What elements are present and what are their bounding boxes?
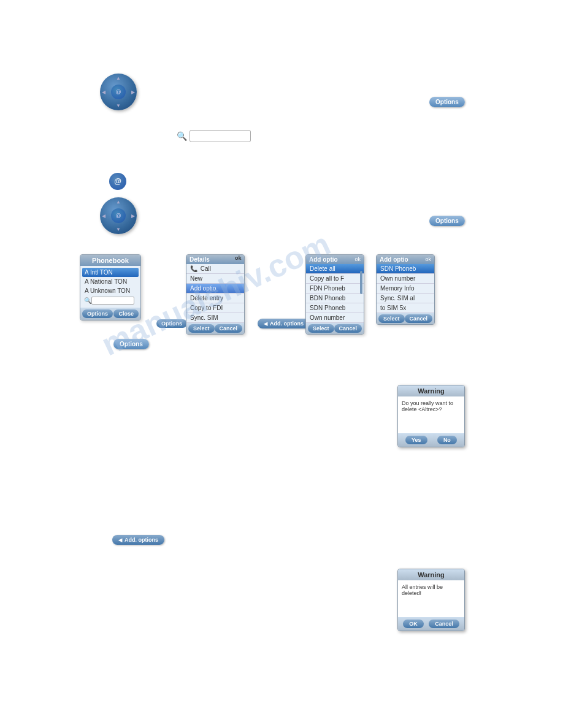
warning-ok-btn[interactable]: OK: [403, 620, 424, 628]
warning-footer-1: Yes No: [398, 433, 464, 447]
add-opt2-item-2[interactable]: Memory Info: [377, 284, 434, 294]
call-icon: 📞: [190, 265, 197, 272]
add-options-select-btn-2[interactable]: Select: [378, 314, 405, 323]
warning-footer-2: OK Cancel: [398, 617, 464, 631]
phonebook-title: Phonebook: [80, 255, 140, 266]
add-opt-item-1[interactable]: Copy all to F: [306, 274, 364, 284]
add-options-select-btn-1[interactable]: Select: [308, 324, 334, 333]
options-button-1[interactable]: Options: [429, 97, 465, 107]
phonebook-footer: Options Close: [80, 308, 140, 320]
nav-arrow-up: ▲: [116, 75, 121, 81]
add-options-title-1: Add optio ok: [306, 255, 364, 264]
options-button-small[interactable]: Options: [113, 339, 149, 349]
phonebook-options-btn[interactable]: Options: [82, 309, 113, 318]
details-item-sync[interactable]: Sync. SIM: [186, 313, 244, 323]
add-opt-item-5[interactable]: Own number: [306, 313, 364, 323]
warning-dialog-1: Warning Do you really want to delete <Al…: [397, 385, 465, 447]
nav-arrow-left: ◀: [102, 89, 105, 95]
add-options-ok-1: ok: [355, 256, 361, 263]
nav-arrow-right: ▶: [131, 89, 135, 95]
phonebook-item-2[interactable]: A Unknown TON: [82, 286, 139, 295]
add-opt-item-3[interactable]: BDN Phoneb: [306, 294, 364, 303]
search-input[interactable]: [190, 130, 251, 142]
warning-no-btn[interactable]: No: [437, 436, 457, 444]
details-select-btn[interactable]: Select: [188, 324, 215, 333]
warning-content-2: All entries will be deleted!: [398, 580, 464, 617]
nav-circle-top[interactable]: ▲ ▼ ◀ ▶: [100, 74, 137, 110]
phonebook-options-btn-2[interactable]: Options: [156, 319, 187, 328]
add-options-title-2: Add optio ok: [377, 255, 434, 264]
warning-content-1: Do you really want to delete <Altrec>?: [398, 396, 464, 433]
add-options-menu-1: Add optio ok Delete all Copy all to F FD…: [305, 254, 364, 335]
add-options-button-1[interactable]: Add. options: [258, 319, 310, 328]
nav-arrow-left-2: ◀: [102, 213, 105, 219]
phonebook-search: 🔍: [82, 295, 139, 306]
warning-yes-btn[interactable]: Yes: [405, 436, 427, 444]
details-footer: Select Cancel: [186, 323, 244, 334]
phonebook-close-btn[interactable]: Close: [113, 309, 139, 318]
details-menu: Details 📞 Call New Add optio Delete entr…: [186, 254, 245, 335]
phonebook-dialog: Phonebook A Intl TON A National TON A Un…: [80, 254, 141, 320]
nav-circle-2[interactable]: ▲ ▼ ◀ ▶: [100, 197, 137, 234]
add-options-footer-2: Select Cancel: [377, 313, 434, 324]
add-options-ok-2: ok: [426, 256, 432, 263]
add-options-title-label-1: Add optio: [309, 256, 338, 263]
details-item-call[interactable]: 📞 Call: [186, 264, 244, 274]
details-item-delete[interactable]: Delete entry: [186, 294, 244, 303]
phonebook-item-0[interactable]: A Intl TON: [82, 268, 139, 277]
nav-arrow-down-2: ▼: [116, 227, 121, 232]
phonebook-item-1[interactable]: A National TON: [82, 277, 139, 286]
phonebook-content: A Intl TON A National TON A Unknown TON …: [80, 266, 140, 308]
add-opt-item-2[interactable]: FDN Phoneb: [306, 284, 364, 294]
at-icon-small: @: [109, 173, 126, 190]
search-icon: 🔍: [177, 131, 187, 141]
warning-dialog-2: Warning All entries will be deleted! OK …: [397, 569, 465, 631]
search-icon-small: 🔍: [84, 297, 91, 304]
options-button-2[interactable]: Options: [429, 216, 465, 226]
add-opt2-item-0[interactable]: SDN Phoneb: [377, 264, 434, 274]
nav-center-btn[interactable]: [111, 85, 126, 99]
nav-arrow-down: ▼: [116, 103, 121, 108]
nav-arrow-right-2: ▶: [131, 213, 135, 219]
warning-cancel-btn[interactable]: Cancel: [429, 620, 459, 628]
add-opt-item-0[interactable]: Delete all: [306, 264, 364, 274]
details-item-copy[interactable]: Copy to FDI: [186, 303, 244, 313]
details-item-new[interactable]: New: [186, 274, 244, 284]
details-item-add[interactable]: Add optio: [186, 284, 244, 294]
add-options-cancel-btn-2[interactable]: Cancel: [405, 314, 433, 323]
details-cancel-btn[interactable]: Cancel: [215, 324, 243, 333]
nav-arrow-up-2: ▲: [116, 199, 121, 205]
add-options-footer-1: Select Cancel: [306, 323, 364, 334]
phonebook-search-input[interactable]: [91, 297, 134, 305]
add-options-title-label-2: Add optio: [380, 256, 408, 263]
warning-title-2: Warning: [398, 569, 464, 580]
add-options-button-2[interactable]: Add. options: [112, 535, 164, 545]
add-opt2-item-3[interactable]: Sync. SIM al: [377, 294, 434, 303]
scroll-indicator-1: [360, 271, 362, 295]
nav-center-btn-2[interactable]: [111, 208, 126, 223]
add-opt-item-4[interactable]: SDN Phoneb: [306, 303, 364, 313]
add-opt2-item-4[interactable]: to SIM 5x: [377, 303, 434, 313]
add-opt2-item-1[interactable]: Own number: [377, 274, 434, 284]
ok-label-1: ok: [235, 255, 242, 261]
add-options-menu-2: Add optio ok SDN Phoneb Own number Memor…: [376, 254, 435, 325]
search-bar: 🔍: [177, 130, 251, 142]
warning-title-1: Warning: [398, 385, 464, 396]
add-options-cancel-btn-1[interactable]: Cancel: [334, 324, 362, 333]
